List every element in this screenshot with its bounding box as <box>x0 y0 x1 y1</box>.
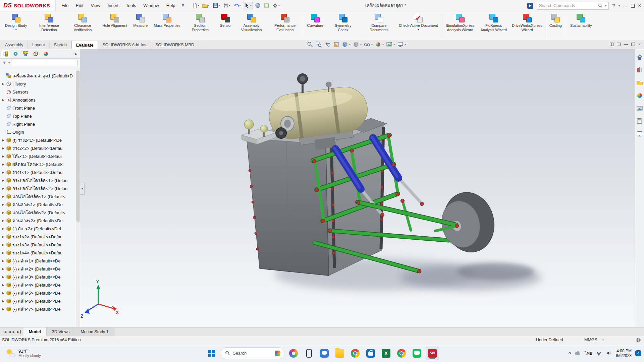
tree-item-1-3-default-defau[interactable]: ▶ ราง1<3> (Default<<Defau <box>0 241 76 249</box>
doc-tab-3d-views[interactable]: 3D Views <box>47 327 75 336</box>
expand-arrow-icon[interactable]: ▶ <box>1 227 5 230</box>
ribbon-button-floxpress-analysis-wizard[interactable]: FloXpress Analysis Wizard <box>477 12 511 40</box>
login-icon[interactable] <box>527 3 533 9</box>
quick-settings-icon[interactable] <box>636 337 641 343</box>
section-view-icon[interactable] <box>333 41 339 48</box>
expand-arrow-icon[interactable]: ▶ <box>1 211 5 214</box>
taskbar-app-phone-link[interactable] <box>302 347 316 360</box>
chevron-up-icon[interactable]: ^ <box>569 351 571 356</box>
ribbon-button-interference-detection[interactable]: Interference Detection <box>32 12 66 40</box>
appearances-button[interactable] <box>636 92 643 100</box>
taskbar-app-chrome-2[interactable] <box>395 347 408 360</box>
tree-item-2-default-de[interactable]: ▶ คานล่าง<2> (Default<<De <box>0 217 76 225</box>
tree-item-right-plane[interactable]: Right Plane <box>0 120 76 128</box>
taskbar-app-solidworks[interactable]: SW <box>426 347 439 360</box>
menu-tools[interactable]: Tools <box>122 0 140 11</box>
tree-item-1-default-d[interactable]: เครื่องผลิตลมล่าสุด1 (Default<D <box>0 72 76 80</box>
resources-button[interactable] <box>636 130 643 138</box>
tab-layout[interactable]: Layout <box>28 41 50 49</box>
scrollbar-thumb[interactable] <box>76 71 79 222</box>
ribbon-button-assembly-visualization[interactable]: Assembly Visualization <box>235 12 268 40</box>
ribbon-button-symmetry-check[interactable]: Symmetry Check <box>326 12 360 40</box>
tree-item-2-default[interactable]: ▶ แกนไฮโดรลิค<2> (Default< <box>0 208 76 217</box>
taskbar-app-chrome[interactable] <box>348 347 362 360</box>
expand-arrow-icon[interactable]: ▶ <box>1 267 5 270</box>
ribbon-button-mass-properties[interactable]: Mass Properties <box>151 12 183 40</box>
tab-sketch[interactable]: Sketch <box>50 41 71 49</box>
maximize-button[interactable] <box>631 4 635 8</box>
close-document-icon[interactable]: × <box>638 42 641 47</box>
units-selector[interactable]: MMGS ▾ <box>584 338 604 342</box>
doc-tab-motion-study-1[interactable]: Motion Study 1 <box>75 327 114 336</box>
tree-item-1-default-defaul[interactable]: ▶ โต๊ะ<1> (Default<<Defaul <box>0 152 76 160</box>
tree-item-1-default[interactable]: ▶ ผลิตลม โครง<1> (Default< <box>0 160 76 168</box>
hide-show-items-icon[interactable]: ▾ <box>364 41 373 48</box>
solidworks-logo[interactable]: DS SOLIDWORKS <box>0 0 56 11</box>
tree-item-1-1-default-defau[interactable]: ▶ ราง1<1> (Default<<Defau <box>0 168 76 176</box>
ribbon-button-design-study[interactable]: Design Study ▾ <box>2 12 30 40</box>
undo-button[interactable]: ▾ <box>232 2 242 9</box>
command-search[interactable]: Search Commands ▾ <box>537 2 609 10</box>
graphics-area[interactable]: Y X Z <box>0 49 635 327</box>
expand-arrow-icon[interactable]: ▶ <box>1 203 5 206</box>
configurationmanager-tab[interactable] <box>21 50 30 58</box>
minimize-document-icon[interactable]: — <box>624 42 628 47</box>
menu-view[interactable]: View <box>87 0 104 11</box>
restore-document-icon[interactable] <box>631 43 635 46</box>
tree-item-1-default[interactable]: ▶ แกนไฮโดรลิค<1> (Default< <box>0 192 76 200</box>
tree-item-1-2-default-defau[interactable]: ▶ ราง1<2> (Default<<Defau <box>0 233 76 241</box>
expand-arrow-icon[interactable]: ▶ <box>1 171 5 174</box>
view-orientation-icon[interactable]: ▾ <box>342 41 351 48</box>
ribbon-button-performance-evaluation[interactable]: Performance Evaluation <box>268 12 302 40</box>
tree-item-1-default-de[interactable]: ▶ (-) สลัก<1> (Default<<De <box>0 257 76 265</box>
zoom-area-icon[interactable] <box>316 41 322 48</box>
wifi-icon[interactable] <box>596 350 602 356</box>
expand-arrow-icon[interactable]: ▶ <box>1 276 5 279</box>
last-tab-button[interactable]: ▶ <box>17 330 21 334</box>
file-explorer-button[interactable] <box>636 79 643 87</box>
tab-solidworks-add-ins[interactable]: SOLIDWORKS Add-Ins <box>98 41 151 49</box>
taskbar-app-chat[interactable] <box>318 347 331 360</box>
tree-item-1-4-default-defau[interactable]: ▶ ราง1<4> (Default<<Defau <box>0 249 76 257</box>
tree-item-sensors[interactable]: Sensors <box>0 88 76 96</box>
ribbon-button-check-active-document[interactable]: ✓ Check Active Document ▾ <box>396 12 441 40</box>
settings-gear-button[interactable]: ▾ <box>271 2 281 9</box>
ribbon-button-section-properties[interactable]: Section Properties <box>183 12 217 40</box>
featuremanager-tab[interactable] <box>1 50 10 58</box>
expand-arrow-icon[interactable]: ▶ <box>1 235 5 238</box>
tree-item-2-defau[interactable]: ▶ กระบอกไฮโดรลิค<2> (Defau <box>0 184 76 192</box>
tab-assembly[interactable]: Assembly <box>1 41 28 49</box>
tree-item-history[interactable]: ▶ History <box>0 80 76 88</box>
expand-arrow-icon[interactable]: ▶ <box>1 243 5 246</box>
volume-icon[interactable] <box>606 350 612 356</box>
expand-arrow-icon[interactable]: ▶ <box>1 251 5 254</box>
scene-button[interactable] <box>636 105 643 113</box>
ribbon-button-measure[interactable]: Measure <box>130 12 151 40</box>
dimxpertmanager-tab[interactable] <box>31 50 40 58</box>
new-document-button[interactable]: ▾ <box>191 2 200 9</box>
expand-arrow-icon[interactable]: ▶ <box>1 187 5 190</box>
expand-arrow-icon[interactable]: ▶ <box>1 82 5 85</box>
clock[interactable]: 4:00 PM 9/6/2023 <box>616 349 632 358</box>
tree-item-annotations[interactable]: ▶ Annotations <box>0 96 76 104</box>
ribbon-button-sustainability[interactable]: Sustainability <box>567 12 595 40</box>
tree-filter-input[interactable] <box>11 60 78 66</box>
pin-menu-icon[interactable] <box>180 3 185 8</box>
cascade-windows-icon[interactable] <box>617 43 621 46</box>
print-button[interactable]: ▾ <box>222 2 231 9</box>
taskbar-app-file-explorer[interactable] <box>333 347 346 360</box>
notification-badge[interactable]: 4 <box>635 350 641 356</box>
prev-tab-button[interactable]: ◀ <box>8 330 11 334</box>
panel-splitter[interactable]: ◀ <box>80 183 85 195</box>
tree-item-1-default-de[interactable]: ▶ คานล่าง<1> (Default<<De <box>0 200 76 208</box>
select-tool-button[interactable]: ▾ <box>243 2 253 9</box>
display-style-icon[interactable]: ▾ <box>353 41 362 48</box>
tree-scrollbar[interactable] <box>76 68 80 327</box>
tree-item-2-2-default-defau[interactable]: ▶ ราง2<2> (Default<<Defau <box>0 144 76 152</box>
zoom-fit-icon[interactable] <box>307 41 313 48</box>
tree-item-f-2-1-default-de[interactable]: ▶ (f) ราง2<1> (Default<<De <box>0 136 76 144</box>
expand-arrow-icon[interactable]: ▶ <box>1 292 5 295</box>
menu-window[interactable]: Window <box>140 0 163 11</box>
home-button[interactable] <box>636 54 643 62</box>
tree-item-origin[interactable]: Origin <box>0 128 76 136</box>
